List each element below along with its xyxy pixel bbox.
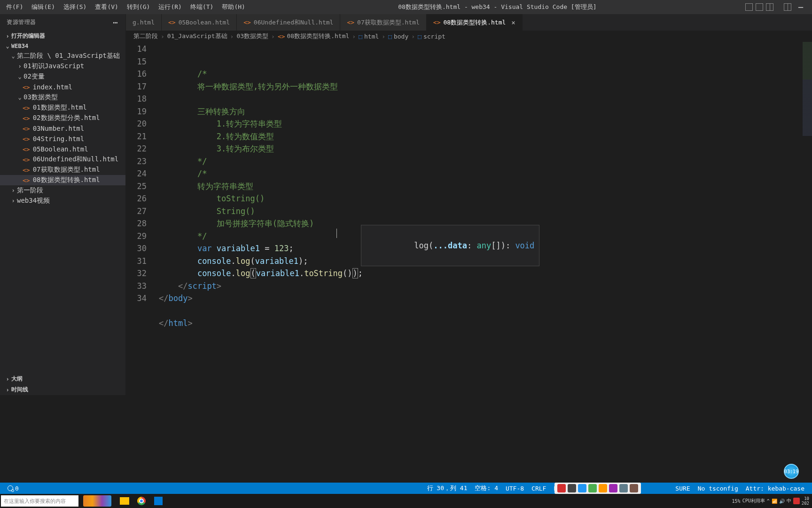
menu-edit[interactable]: 编辑(E) [27,1,59,13]
ime-settings-icon[interactable] [630,484,638,492]
menu-selection[interactable]: 选择(S) [59,1,91,13]
editor-tab[interactable]: <>08数据类型转换.html× [427,14,523,31]
menu-terminal[interactable]: 终端(T) [186,1,218,13]
menu-file[interactable]: 件(F) [2,1,27,13]
ime-tool-icon[interactable] [619,484,628,492]
file-item[interactable]: <>index.html [0,82,125,92]
file-item[interactable]: <>01数据类型.html [0,103,125,113]
vscode-icon[interactable] [150,494,167,508]
menu-view[interactable]: 查看(V) [91,1,122,13]
editor-tab[interactable]: <>06Undefined和Null.html [237,14,340,31]
menu-run[interactable]: 运行(R) [154,1,186,13]
editor-tab[interactable]: <>05Boolean.html [162,14,237,31]
taskbar-weather[interactable] [83,495,111,507]
code-line[interactable] [159,93,812,105]
code-line[interactable]: 2.转为数值类型 [159,130,812,143]
breadcrumb-segment[interactable]: 第二阶段 [133,32,158,40]
breadcrumb-segment[interactable]: 03数据类型 [236,32,268,40]
folder-item[interactable]: ›第一阶段 [0,185,125,196]
breadcrumb-segment[interactable]: html [364,33,379,40]
more-icon[interactable]: ⋯ [113,17,119,27]
menu-go[interactable]: 转到(G) [123,1,154,13]
code-line[interactable]: */ [159,155,812,168]
layout-icon-3[interactable] [766,3,773,11]
section-outline[interactable]: › 大纲 [0,373,125,384]
status-tsconfig[interactable]: No tsconfig [694,485,742,492]
code-line[interactable]: /* [159,68,812,80]
minimize-button[interactable]: − [794,1,807,13]
code-line[interactable]: 转为字符串类型 [159,180,812,193]
tray-up-icon[interactable]: ^ [767,499,770,504]
html-file-icon: <> [23,135,30,143]
file-item[interactable]: <>05Boolean.html [0,144,125,154]
breadcrumb-segment[interactable]: 01_JavaScript基础 [167,32,227,40]
status-sure[interactable]: SURE [671,485,694,492]
section-open-editors[interactable]: › 打开的编辑器 [0,31,125,41]
code-line[interactable]: console.log(variable1.toString()); [159,267,812,280]
minimap[interactable] [803,42,812,136]
ime-skin-icon[interactable] [609,484,617,492]
file-item[interactable]: <>02数据类型分类.html [0,113,125,123]
file-item[interactable]: <>06Undefined和Null.html [0,154,125,165]
section-timeline[interactable]: › 时间线 [0,384,125,395]
editor-tab[interactable]: g.html [126,14,162,31]
ime-punct-icon[interactable] [578,484,586,492]
status-eol[interactable]: CRLF [528,485,550,492]
ime-s-icon[interactable] [557,484,566,492]
file-item[interactable]: <>04String.html [0,134,125,144]
code-line[interactable]: 将一种数据类型,转为另外一种数据类型 [159,80,812,93]
file-explorer-icon[interactable] [116,494,133,508]
ime-zh-icon[interactable] [568,484,576,492]
section-project[interactable]: ⌄ WEB34 [0,41,125,51]
ime-toolbar[interactable] [554,483,641,494]
file-item[interactable]: <>08数据类型转换.html [0,175,125,185]
chevron-right-icon: › [4,387,11,393]
code-line[interactable]: /* [159,167,812,180]
code-line[interactable]: String() [159,205,812,218]
layout-icon-1[interactable] [745,3,753,11]
code-line[interactable]: 1.转为字符串类型 [159,118,812,130]
breadcrumb-segment[interactable]: script [423,33,445,40]
breadcrumb-segment[interactable]: body [394,33,408,40]
tray-ime-icon[interactable]: 中 [787,498,791,504]
file-item[interactable]: <>03Number.html [0,123,125,134]
timer-badge[interactable]: 03:19 [784,464,799,479]
layout-icon-2[interactable] [756,3,763,11]
folder-item[interactable]: ›web34视频 [0,196,125,206]
chevron-right-icon: › [352,33,356,40]
chrome-icon[interactable] [133,494,150,508]
status-encoding[interactable]: UTF-8 [502,485,528,492]
folder-item[interactable]: ⌄第二阶段 \ 01_JavaScript基础 [0,51,125,61]
status-attr[interactable]: Attr: kebab-case [742,485,808,492]
breadcrumb-segment[interactable]: 08数据类型转换.html [287,32,350,40]
file-item[interactable]: <>07获取数据类型.html [0,165,125,175]
status-problems[interactable]: 0 [15,485,19,492]
taskbar-search[interactable]: 在这里输入你要搜索的内容 [1,495,78,507]
breadcrumb[interactable]: 第二阶段›01_JavaScript基础›03数据类型›<>08数据类型转换.h… [126,31,812,42]
close-icon[interactable]: × [511,19,515,26]
open-editors-label: 打开的编辑器 [11,32,45,40]
code-line[interactable] [159,305,812,318]
code-line[interactable]: </script> [159,280,812,293]
layout-icon-4[interactable] [784,3,791,11]
code-line[interactable]: 3.转为布尔类型 [159,143,812,155]
code-line[interactable]: 三种转换方向 [159,105,812,118]
status-cursor[interactable]: 行 30，列 41 [423,484,471,492]
editor-tab[interactable]: <>07获取数据类型.html [340,14,426,31]
folder-item[interactable]: ⌄03数据类型 [0,92,125,103]
code-line[interactable]: </html> [159,317,812,330]
menu-help[interactable]: 帮助(H) [218,1,249,13]
tray-volume-icon[interactable]: 🔊 [779,499,785,504]
code-content[interactable]: /* 将一种数据类型,转为另外一种数据类型 三种转换方向 1.转为字符串类型 2… [159,42,812,395]
tray-wifi-icon[interactable]: 📶 [772,499,777,504]
status-spaces[interactable]: 空格: 4 [471,484,501,492]
folder-item[interactable]: ⌄02变量 [0,71,125,82]
html-file-icon: <> [278,33,285,40]
code-line[interactable]: </body> [159,292,812,305]
tray-sogou-icon[interactable] [793,498,800,504]
folder-item[interactable]: ›01初识JavaScript [0,61,125,71]
code-line[interactable]: toString() [159,192,812,205]
ime-mic-icon[interactable] [588,484,597,492]
ime-emoji-icon[interactable] [599,484,607,492]
code-editor[interactable]: 1415161718192021222324252627282930313233… [126,42,812,395]
